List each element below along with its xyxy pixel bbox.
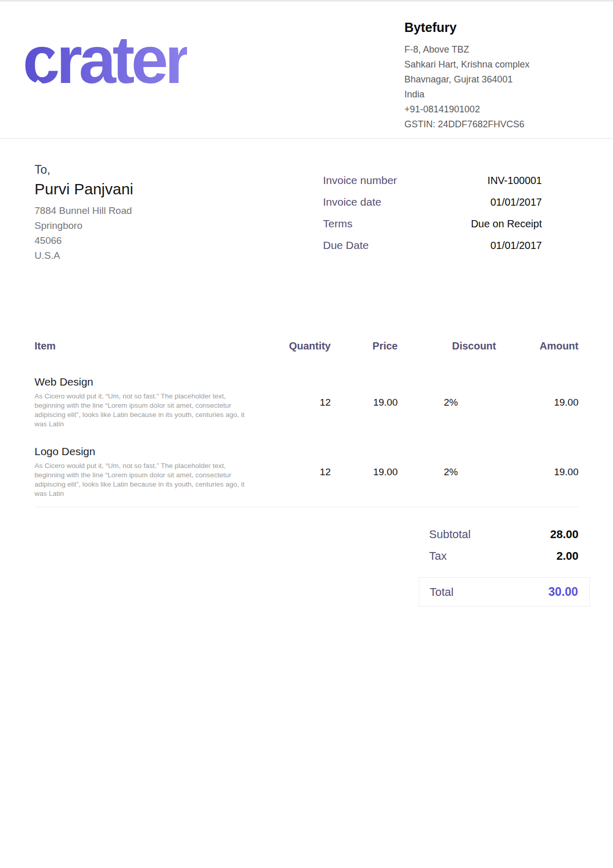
bill-to-block: To, Purvi Panjvani 7884 Bunnel Hill Road… bbox=[35, 161, 133, 263]
terms-value: Due on Receipt bbox=[471, 218, 542, 230]
col-header-item: Item bbox=[35, 340, 261, 352]
due-date-row: Due Date 01/01/2017 bbox=[323, 238, 542, 253]
invoice-date-row: Invoice date 01/01/2017 bbox=[323, 194, 542, 210]
item-description: As Cicero would put it, “Um, not so fast… bbox=[35, 392, 250, 429]
item-price: 19.00 bbox=[331, 397, 398, 408]
company-info: Bytefury F-8, Above TBZ Sahkari Hart, Kr… bbox=[404, 20, 590, 132]
col-header-quantity: Quantity bbox=[261, 340, 331, 352]
company-address-line: Sahkari Hart, Krishna complex bbox=[404, 57, 590, 72]
item-quantity: 12 bbox=[261, 397, 331, 408]
item-cell: Logo Design As Cicero would put it, “Um,… bbox=[35, 445, 261, 498]
company-address-line: India bbox=[404, 87, 590, 102]
crater-logo-wordmark: crater bbox=[23, 23, 187, 97]
tax-label: Tax bbox=[429, 548, 447, 564]
due-date-label: Due Date bbox=[323, 238, 369, 253]
crater-logo: crater bbox=[23, 23, 254, 106]
item-amount: 19.00 bbox=[496, 466, 578, 478]
total-value: 30.00 bbox=[548, 585, 578, 599]
company-phone: +91-08141901002 bbox=[404, 102, 590, 117]
customer-name: Purvi Panjvani bbox=[35, 180, 133, 198]
col-header-price: Price bbox=[331, 340, 398, 352]
subtotal-label: Subtotal bbox=[429, 527, 471, 542]
total-label: Total bbox=[430, 586, 453, 599]
table-row: Logo Design As Cicero would put it, “Um,… bbox=[35, 445, 578, 498]
invoice-date-value: 01/01/2017 bbox=[490, 196, 542, 208]
bill-to-label: To, bbox=[35, 161, 133, 178]
company-address-line: F-8, Above TBZ bbox=[404, 42, 590, 57]
invoice-date-label: Invoice date bbox=[323, 194, 381, 210]
invoice-number-value: INV-100001 bbox=[487, 175, 542, 187]
company-gstin: GSTIN: 24DDF7682FHVCS6 bbox=[404, 117, 590, 132]
item-quantity: 12 bbox=[261, 466, 331, 478]
customer-address-line: 45066 bbox=[35, 233, 133, 248]
terms-row: Terms Due on Receipt bbox=[323, 216, 542, 231]
customer-address-line: 7884 Bunnel Hill Road bbox=[35, 203, 133, 218]
subtotal-value: 28.00 bbox=[550, 527, 578, 542]
item-price: 19.00 bbox=[331, 466, 398, 478]
col-header-amount: Amount bbox=[496, 340, 578, 352]
item-name: Web Design bbox=[35, 376, 261, 388]
invoice-page: crater Bytefury F-8, Above TBZ Sahkari H… bbox=[0, 0, 613, 868]
invoice-number-row: Invoice number INV-100001 bbox=[323, 173, 542, 188]
item-discount: 2% bbox=[398, 397, 496, 408]
items-table-header: Item Quantity Price Discount Amount bbox=[35, 340, 578, 359]
invoice-meta-block: Invoice number INV-100001 Invoice date 0… bbox=[323, 173, 578, 263]
invoice-number-label: Invoice number bbox=[323, 173, 397, 188]
customer-address-line: U.S.A bbox=[35, 248, 133, 263]
item-amount: 19.00 bbox=[496, 397, 578, 408]
invoice-body: To, Purvi Panjvani 7884 Bunnel Hill Road… bbox=[0, 161, 613, 607]
totals-section: Subtotal 28.00 Tax 2.00 Total 30.00 bbox=[419, 527, 590, 607]
table-row: Web Design As Cicero would put it, “Um, … bbox=[35, 376, 578, 429]
tax-row: Tax 2.00 bbox=[419, 548, 590, 564]
items-table: Item Quantity Price Discount Amount Web … bbox=[35, 340, 578, 507]
item-name: Logo Design bbox=[35, 445, 261, 458]
company-address-line: Bhavnagar, Gujrat 364001 bbox=[404, 72, 590, 87]
logo-cutout-icon bbox=[213, 56, 232, 78]
tax-value: 2.00 bbox=[556, 548, 578, 564]
invoice-header: crater Bytefury F-8, Above TBZ Sahkari H… bbox=[0, 2, 613, 139]
terms-label: Terms bbox=[323, 216, 352, 231]
due-date-value: 01/01/2017 bbox=[490, 240, 542, 252]
customer-address-line: Springboro bbox=[35, 218, 133, 233]
item-discount: 2% bbox=[398, 466, 496, 478]
col-header-discount: Discount bbox=[398, 340, 496, 352]
item-description: As Cicero would put it, “Um, not so fast… bbox=[35, 461, 250, 498]
grand-total-box: Total 30.00 bbox=[419, 577, 590, 607]
table-bottom-divider bbox=[35, 507, 578, 507]
subtotal-row: Subtotal 28.00 bbox=[419, 527, 590, 542]
company-name: Bytefury bbox=[404, 20, 590, 35]
item-cell: Web Design As Cicero would put it, “Um, … bbox=[35, 376, 261, 429]
